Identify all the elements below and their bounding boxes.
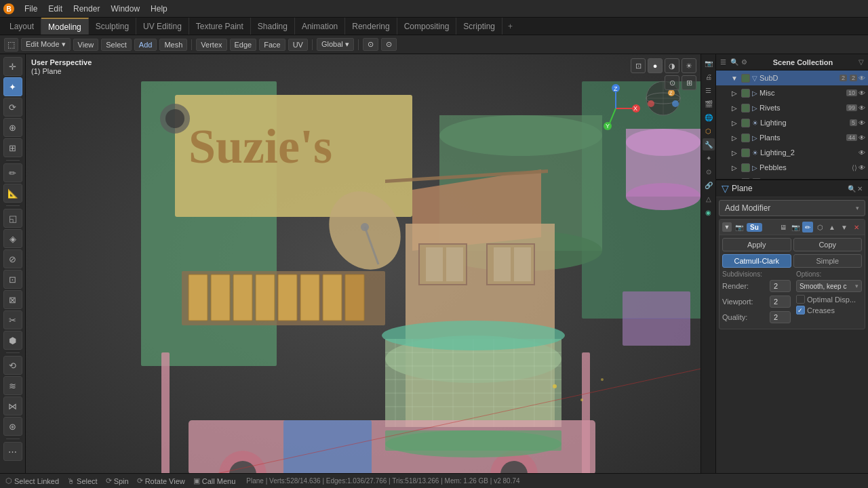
simple-button[interactable]: Simple <box>793 254 863 268</box>
extrude-tool[interactable]: ◱ <box>3 209 22 228</box>
outliner-icon-1[interactable]: ☰ <box>720 58 726 66</box>
rivets-eye-icon[interactable]: 👁 <box>859 104 865 112</box>
plants-expand-icon[interactable]: ▷ <box>730 133 739 142</box>
menu-window[interactable]: Window <box>105 3 145 15</box>
prop-icon-constraints[interactable]: 🔗 <box>703 179 715 191</box>
mod-cage-icon[interactable]: ⬡ <box>814 222 825 232</box>
transform-dropdown[interactable]: Global ▾ <box>317 38 354 51</box>
pebbles-visibility-checkbox[interactable] <box>741 163 750 172</box>
rotate-tool[interactable]: ⟳ <box>3 98 22 117</box>
viewport-overlay-btn[interactable]: ⊙ <box>665 75 679 90</box>
prop-search-icon[interactable]: 🔍 <box>848 185 856 192</box>
scene-item-lighting2[interactable]: ▷ ☀ Lighting_2 👁 <box>716 145 868 160</box>
bevel-tool[interactable]: ⊘ <box>3 249 22 268</box>
uv-menu[interactable]: UV <box>288 39 308 51</box>
annotate-tool[interactable]: ✏ <box>3 163 22 182</box>
face-menu[interactable]: Face <box>259 39 285 51</box>
viewport-shading-wire[interactable]: ⊡ <box>631 58 646 73</box>
tab-texture-paint[interactable]: Texture Paint <box>189 18 251 35</box>
view-menu[interactable]: View <box>73 39 99 51</box>
mod-up-icon[interactable]: ▲ <box>827 222 837 232</box>
subd-expand-icon[interactable]: ▼ <box>730 73 739 83</box>
tab-animation[interactable]: Animation <box>295 18 345 35</box>
edge-menu[interactable]: Edge <box>230 39 257 51</box>
viewport-gizmo-btn[interactable]: ⊞ <box>682 75 696 90</box>
optimal-display-checkbox[interactable] <box>796 295 805 304</box>
mesh-menu[interactable]: Mesh <box>159 39 187 51</box>
shrink-fatten-tool[interactable]: ⊛ <box>3 417 22 436</box>
scene-item-pebbles[interactable]: ▷ ▷ Pebbles ⟨⟩ 👁 <box>716 160 868 175</box>
lighting2-visibility-checkbox[interactable] <box>741 148 750 157</box>
scene-item-lighting[interactable]: ▷ ☀ Lighting 5 👁 <box>716 115 868 130</box>
mode-select-icon[interactable]: ⬚ <box>4 38 18 52</box>
tab-uv-editing[interactable]: UV Editing <box>136 18 189 35</box>
poly-build-tool[interactable]: ⬢ <box>3 331 22 350</box>
select-menu[interactable]: Select <box>101 39 132 51</box>
scene-item-plants[interactable]: ▷ ▷ Plants 44 👁 <box>716 130 868 145</box>
misc-visibility-checkbox[interactable] <box>741 89 750 98</box>
viewport-field-value[interactable]: 2 <box>770 296 791 308</box>
cursor-tool[interactable]: ✛ <box>3 57 22 76</box>
spin-tool[interactable]: ⟲ <box>3 356 22 375</box>
mode-dropdown[interactable]: Edit Mode ▾ <box>21 38 71 51</box>
menu-help[interactable]: Help <box>145 3 173 15</box>
scene-item-subd[interactable]: ▼ ▽ SubD 2 2 👁 <box>716 70 868 85</box>
scene-item-rivets[interactable]: ▷ ▷ Rivets 99 👁 <box>716 100 868 115</box>
misc-eye-icon[interactable]: 👁 <box>859 89 865 97</box>
outliner-filter-icon[interactable]: ▽ <box>859 58 864 66</box>
rivets-expand-icon[interactable]: ▷ <box>730 103 739 113</box>
viewport[interactable]: Suzie's <box>26 54 701 473</box>
modifier-expand-toggle[interactable]: ▼ <box>722 222 732 232</box>
viewport-shading-mat[interactable]: ◑ <box>665 58 679 73</box>
subd-eye-icon[interactable]: 👁 <box>859 75 865 82</box>
scale-tool[interactable]: ⊕ <box>3 118 22 137</box>
lighting-visibility-checkbox[interactable] <box>741 119 750 127</box>
measure-tool[interactable]: 📐 <box>3 184 22 203</box>
vertex-menu[interactable]: Vertex <box>196 39 226 51</box>
rip-tool[interactable]: ⋯ <box>3 442 22 461</box>
menu-render[interactable]: Render <box>68 3 105 15</box>
catmull-clark-button[interactable]: Catmull-Clark <box>722 254 791 268</box>
prop-icon-modifier[interactable]: 🔧 <box>703 138 715 150</box>
tab-layout[interactable]: Layout <box>3 18 41 35</box>
prop-icon-data[interactable]: △ <box>703 192 715 205</box>
apply-button[interactable]: Apply <box>722 238 791 251</box>
outliner-icon-2[interactable]: 🔍 <box>730 58 738 66</box>
tab-shading[interactable]: Shading <box>251 18 295 35</box>
tab-modeling[interactable]: Modeling <box>41 18 89 35</box>
prop-icon-render[interactable]: 📷 <box>703 57 715 69</box>
knife-tool[interactable]: ✂ <box>3 310 22 329</box>
mod-render-icon[interactable]: 📷 <box>790 222 801 232</box>
proportional-icon[interactable]: ⊙ <box>381 38 397 51</box>
mod-delete-icon[interactable]: ✕ <box>851 222 862 232</box>
use-creases-checkbox[interactable]: ✓ <box>796 306 805 314</box>
menu-file[interactable]: File <box>19 3 43 15</box>
tab-compositing[interactable]: Compositing <box>397 18 457 35</box>
modifier-cam-icon[interactable]: 📷 <box>734 222 745 232</box>
prop-icon-world[interactable]: 🌐 <box>703 111 715 123</box>
add-menu[interactable]: Add <box>134 39 157 51</box>
add-workspace-button[interactable]: + <box>502 20 518 33</box>
menu-edit[interactable]: Edit <box>43 3 68 15</box>
prop-icon-particles[interactable]: ✦ <box>703 152 715 164</box>
mod-down-icon[interactable]: ▼ <box>839 222 850 232</box>
scene-item-misc[interactable]: ▷ ▷ Misc 10 👁 <box>716 85 868 100</box>
lighting2-eye-icon[interactable]: 👁 <box>859 149 865 157</box>
prop-icon-material[interactable]: ◉ <box>703 206 715 218</box>
plants-eye-icon[interactable]: 👁 <box>859 134 865 142</box>
pebbles-expand-icon[interactable]: ▷ <box>730 163 739 172</box>
lighting-eye-icon[interactable]: 👁 <box>859 119 865 127</box>
tab-sculpting[interactable]: Sculpting <box>89 18 136 35</box>
render-field-value[interactable]: 2 <box>770 280 791 292</box>
prop-close-icon[interactable]: ✕ <box>857 185 863 192</box>
lighting2-expand-icon[interactable]: ▷ <box>730 148 739 157</box>
prop-icon-view[interactable]: ☰ <box>703 84 715 96</box>
tab-scripting[interactable]: Scripting <box>456 18 502 35</box>
lighting-expand-icon[interactable]: ▷ <box>730 118 739 127</box>
rivets-visibility-checkbox[interactable] <box>741 104 750 113</box>
mod-realtime-icon[interactable]: 🖥 <box>778 222 789 232</box>
quality-field-value[interactable]: 2 <box>770 311 791 323</box>
transform-tool[interactable]: ⊞ <box>3 138 22 157</box>
mod-edit-icon[interactable]: ✏ <box>802 222 813 232</box>
smooth-tool[interactable]: ≋ <box>3 376 22 395</box>
